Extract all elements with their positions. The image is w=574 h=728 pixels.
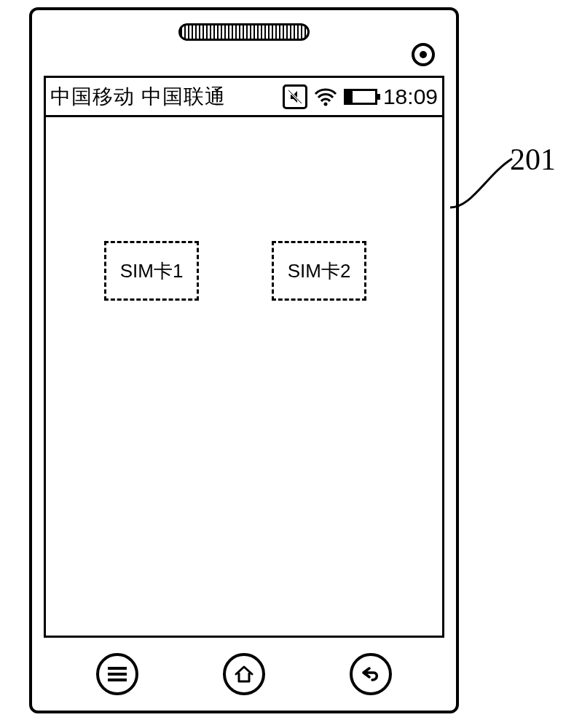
svg-point-1 [420,51,427,58]
phone-frame: 中国移动 中国联通 [29,7,459,713]
carrier-1: 中国移动 [50,85,135,108]
svg-line-3 [288,90,302,103]
phone-muted-icon [283,84,307,109]
svg-point-4 [323,102,327,106]
battery-icon [344,89,377,105]
sim-card-2-label: SIM卡2 [288,258,351,284]
phone-speaker [178,23,310,41]
status-bar: 中国移动 中国联通 [46,78,442,117]
phone-screen: 中国移动 中国联通 [44,76,444,638]
callout-label-201: 201 [510,142,556,177]
screen-content: SIM卡1 SIM卡2 [46,117,442,636]
menu-button[interactable] [96,653,138,695]
menu-icon [108,667,127,681]
front-camera-icon [411,42,436,70]
home-button[interactable] [223,653,265,695]
carrier-2: 中国联通 [141,85,226,108]
sim-card-1-tile[interactable]: SIM卡1 [104,241,199,301]
clock-time: 18:09 [383,84,438,109]
sim-card-2-tile[interactable]: SIM卡2 [272,241,366,301]
navigation-bar [32,648,456,700]
sim-card-1-label: SIM卡1 [120,258,184,284]
carrier-labels: 中国移动 中国联通 [50,83,226,111]
back-button[interactable] [350,653,392,695]
wifi-icon [313,87,338,107]
diagram-canvas: 中国移动 中国联通 [0,0,574,728]
back-icon [359,662,382,686]
home-icon [233,663,255,685]
